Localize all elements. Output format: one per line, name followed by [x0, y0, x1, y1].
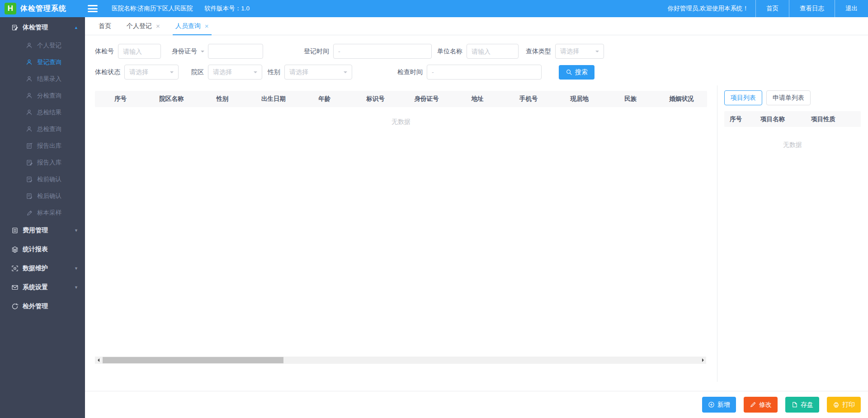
- project-column-header-2: 项目性质: [811, 115, 856, 123]
- sidebar-item-8[interactable]: 报告入库: [0, 154, 85, 171]
- search-icon: [566, 69, 572, 75]
- sidebar-item-label: 总检结果: [37, 108, 61, 117]
- horizontal-scrollbar[interactable]: [95, 357, 706, 364]
- doc-confirm-icon: [25, 175, 33, 183]
- sidebar-item-label: 体检管理: [23, 23, 48, 32]
- sidebar-item-label: 登记查询: [37, 58, 61, 66]
- register-time-range-input[interactable]: [333, 44, 432, 59]
- scroll-right-arrow-icon[interactable]: [700, 357, 706, 364]
- search-button-label: 搜索: [575, 68, 588, 76]
- column-header-6: 身份证号: [401, 95, 452, 103]
- sidebar-item-label: 分检查询: [37, 92, 61, 100]
- exam-no-label: 体检号: [95, 47, 114, 56]
- caret-icon: ▲: [74, 25, 78, 30]
- action-bar: 新增 修改 存盘 打印: [85, 391, 868, 418]
- exam-manage-icon: [11, 24, 19, 32]
- sidebar-item-4[interactable]: 分检查询: [0, 87, 85, 104]
- report-out-icon: [25, 142, 33, 150]
- sidebar-item-label: 报告出库: [37, 142, 61, 150]
- action-button-1[interactable]: 修改: [744, 397, 778, 413]
- action-button-label: 新增: [717, 401, 730, 409]
- id-no-input[interactable]: [208, 44, 263, 59]
- chevron-down-icon: [170, 71, 174, 75]
- action-button-label: 打印: [842, 401, 855, 409]
- project-column-header-0: 序号: [724, 115, 760, 123]
- exam-no-input[interactable]: [118, 44, 161, 59]
- save-doc-icon: [791, 401, 798, 408]
- sidebar-item-7[interactable]: 报告出库: [0, 137, 85, 154]
- sidebar-item-2[interactable]: 登记查询: [0, 54, 85, 70]
- caret-icon: ▼: [74, 266, 78, 271]
- sidebar-item-10[interactable]: 检后确认: [0, 188, 85, 204]
- close-icon[interactable]: ×: [205, 23, 209, 29]
- tab-0[interactable]: 首页: [91, 17, 119, 35]
- logo-letter: H: [8, 4, 13, 13]
- campus-placeholder: 请选择: [213, 68, 232, 76]
- column-header-10: 民族: [605, 95, 656, 103]
- sidebar-item-14[interactable]: 数据维护 ▼: [0, 259, 85, 278]
- result-table-area: 序号 院区名称 性别 出生日期 年龄 标识号 身份证号 地址 手机号: [85, 85, 717, 382]
- check-time-range-input[interactable]: [427, 65, 542, 80]
- panel-tab-1[interactable]: 申请单列表: [766, 90, 811, 105]
- tab-label: 首页: [99, 22, 111, 30]
- pencil-icon: [750, 401, 756, 408]
- tab-2[interactable]: 人员查询 ×: [168, 17, 217, 35]
- exam-type-label: 查体类型: [526, 47, 551, 56]
- report-in-icon: [25, 159, 33, 166]
- action-button-3[interactable]: 打印: [827, 397, 861, 413]
- sidebar-item-11[interactable]: 标本采样: [0, 204, 85, 221]
- sidebar-item-label: 数据维护: [23, 264, 48, 272]
- action-button-0[interactable]: 新增: [702, 397, 736, 413]
- sidebar-item-9[interactable]: 检前确认: [0, 171, 85, 188]
- gender-select[interactable]: 请选择: [284, 65, 352, 80]
- scrollbar-track[interactable]: [101, 357, 700, 364]
- sidebar-item-1[interactable]: 个人登记: [0, 37, 85, 54]
- app-title: 体检管理系统: [20, 4, 66, 14]
- column-header-3: 出生日期: [248, 95, 299, 103]
- topbar-nav-item-1[interactable]: 查看日志: [789, 0, 835, 17]
- column-header-0: 序号: [95, 95, 146, 103]
- exam-type-select[interactable]: 请选择: [555, 44, 604, 59]
- gender-placeholder: 请选择: [289, 68, 308, 76]
- sidebar-item-label: 个人登记: [37, 42, 61, 50]
- sidebar-item-3[interactable]: 结果录入: [0, 70, 85, 87]
- topbar-nav-item-0[interactable]: 首页: [756, 0, 789, 17]
- campus-select[interactable]: 请选择: [208, 65, 262, 80]
- software-version: 软件版本号：1.0: [204, 5, 250, 13]
- search-button[interactable]: 搜索: [559, 65, 594, 80]
- tab-1[interactable]: 个人登记 ×: [119, 17, 168, 35]
- column-header-7: 地址: [452, 95, 503, 103]
- close-icon[interactable]: ×: [156, 23, 160, 29]
- sidebar-item-6[interactable]: 总检查询: [0, 121, 85, 137]
- column-header-4: 年龄: [299, 95, 350, 103]
- column-header-8: 手机号: [503, 95, 554, 103]
- sidebar-item-12[interactable]: 费用管理 ▼: [0, 221, 85, 240]
- id-type-select[interactable]: 身份证号: [170, 44, 206, 59]
- topbar-nav-item-2[interactable]: 退出: [835, 0, 868, 17]
- person-icon: [25, 42, 33, 49]
- company-input[interactable]: [467, 44, 519, 59]
- column-header-1: 院区名称: [146, 95, 197, 103]
- sidebar-item-15[interactable]: 系统设置 ▼: [0, 278, 85, 297]
- mail-icon: [11, 284, 19, 291]
- sidebar-item-16[interactable]: 检外管理: [0, 297, 85, 316]
- sidebar-item-5[interactable]: 总检结果: [0, 104, 85, 121]
- action-button-2[interactable]: 存盘: [785, 397, 819, 413]
- exam-status-select[interactable]: 请选择: [124, 65, 179, 80]
- scrollbar-thumb[interactable]: [103, 357, 283, 363]
- sidebar-item-13[interactable]: 统计报表: [0, 240, 85, 259]
- person-icon: [25, 125, 33, 133]
- exam-type-placeholder: 请选择: [560, 47, 579, 56]
- panel-tab-0[interactable]: 项目列表: [724, 90, 762, 105]
- sidebar: 体检管理 ▲ 个人登记 登记查询 结果录入 分检查询 总检结果: [0, 17, 85, 418]
- project-panel: 项目列表 申请单列表 序号 项目名称 项目性质 无数据: [717, 85, 868, 382]
- scroll-left-arrow-icon[interactable]: [95, 357, 101, 364]
- topbar-right: 你好管理员,欢迎使用本系统！ 首页 查看日志 退出: [661, 0, 868, 17]
- chevron-down-icon: [201, 51, 204, 54]
- sidebar-item-0[interactable]: 体检管理 ▲: [0, 18, 85, 37]
- search-form: 体检号 身份证号 登记时间 单位名称 查体类型 请选: [85, 35, 868, 85]
- hamburger-icon[interactable]: [88, 5, 98, 12]
- chevron-down-icon: [254, 71, 257, 75]
- check-time-label: 检查时间: [397, 68, 423, 76]
- printer-icon: [833, 401, 840, 408]
